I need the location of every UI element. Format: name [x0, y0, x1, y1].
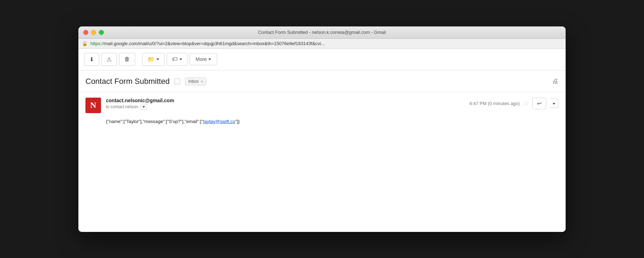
subject-checkbox[interactable]	[174, 79, 180, 84]
sender-to: to contact.nelson.	[106, 104, 465, 110]
close-button[interactable]	[83, 30, 88, 35]
inbox-badge-label: Inbox	[188, 79, 198, 84]
url-protocol: https://	[90, 41, 104, 46]
archive-icon: ⬇	[89, 56, 94, 63]
window-title: Contact Form Submitted - nelson.k.correi…	[258, 30, 386, 35]
email-message: N contact.nelsonic@gmail.com to contact.…	[78, 92, 566, 131]
email-toolbar: ⬇ ⚠ 🗑 📁 🏷 More	[78, 49, 566, 70]
chevron-down-icon	[553, 103, 555, 105]
email-link[interactable]: taytay@swift.co	[203, 119, 235, 124]
spam-icon: ⚠	[107, 56, 112, 63]
address-bar: 🔒 https://mail.google.com/mail/u/0/?ui=2…	[78, 39, 566, 49]
sender-name: contact.nelsonic@gmail.com	[106, 98, 465, 103]
delete-icon: 🗑	[124, 56, 130, 62]
browser-window: Contact Form Submitted - nelson.k.correi…	[78, 26, 566, 232]
body-prefix: {"name":["Taylor"],"message":["S'up?"],"…	[106, 119, 203, 124]
inbox-badge: Inbox ×	[185, 78, 206, 85]
spam-button[interactable]: ⚠	[101, 53, 117, 66]
label-button[interactable]: 🏷	[167, 53, 187, 66]
delete-button[interactable]: 🗑	[119, 53, 135, 66]
inbox-badge-close[interactable]: ×	[201, 79, 203, 84]
email-body: {"name":["Taylor"],"message":["S'up?"],"…	[106, 118, 559, 125]
browser-content: ⬇ ⚠ 🗑 📁 🏷 More Contact F	[78, 49, 566, 232]
traffic-lights	[83, 30, 104, 35]
email-subject-bar: Contact Form Submitted Inbox × 🖨	[78, 70, 566, 92]
to-text: to contact.nelson.	[106, 104, 139, 109]
sender-avatar: N	[85, 98, 101, 113]
more-label: More	[196, 56, 207, 62]
maximize-button[interactable]	[99, 30, 104, 35]
chevron-down-icon	[208, 59, 211, 60]
archive-button[interactable]: ⬇	[84, 53, 99, 66]
email-header: N contact.nelsonic@gmail.com to contact.…	[85, 98, 559, 113]
reply-dropdown-button[interactable]	[550, 99, 559, 108]
print-icon[interactable]: 🖨	[552, 78, 559, 85]
email-subject: Contact Form Submitted	[85, 77, 169, 86]
chevron-down-icon	[156, 59, 159, 60]
to-dropdown-button[interactable]	[141, 104, 147, 110]
url-path: mail.google.com/mail/u/0/?ui=2&view=btop…	[104, 41, 325, 46]
star-icon[interactable]: ☆	[523, 99, 529, 107]
body-suffix: "]}	[235, 119, 240, 124]
lock-icon: 🔒	[82, 41, 88, 46]
url-display[interactable]: https://mail.google.com/mail/u/0/?ui=2&v…	[90, 41, 325, 46]
avatar-letter: N	[90, 100, 96, 110]
folder-icon: 📁	[148, 56, 155, 63]
label-icon: 🏷	[172, 56, 178, 62]
more-button[interactable]: More	[190, 53, 217, 65]
reply-button[interactable]: ↩	[532, 98, 546, 109]
minimize-button[interactable]	[91, 30, 96, 35]
email-time: 6:47 PM (0 minutes ago) ☆ ↩	[470, 98, 559, 109]
timestamp: 6:47 PM (0 minutes ago)	[470, 101, 520, 106]
email-meta: contact.nelsonic@gmail.com to contact.ne…	[106, 98, 465, 110]
title-bar: Contact Form Submitted - nelson.k.correi…	[78, 26, 566, 39]
chevron-down-icon	[179, 59, 182, 60]
move-to-button[interactable]: 📁	[142, 53, 165, 66]
chevron-down-icon	[142, 106, 145, 108]
